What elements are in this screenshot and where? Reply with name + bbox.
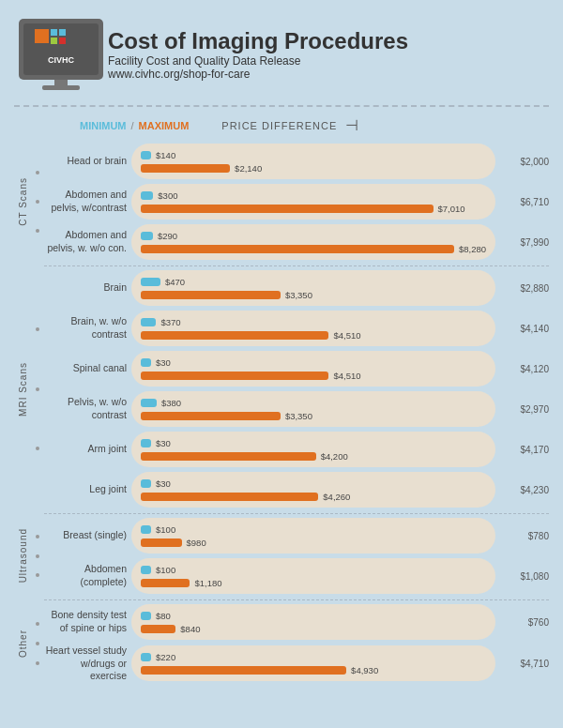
max-bar-line: $3,350 [141, 411, 486, 421]
row-label: Abdomen and pelvis, w. w/o con. [44, 229, 127, 254]
bar-container: $470$3,350 [131, 270, 495, 306]
section-dot [36, 171, 39, 174]
bar-row: Abdomen and pelvis, w/contrast$300$7,010… [44, 184, 549, 220]
bar-row: Abdomen (complete)$100$1,180$1,080 [44, 558, 549, 594]
rows-container-0: Head or brain$140$2,140$2,000Abdomen and… [44, 144, 549, 260]
min-bar [141, 399, 157, 407]
min-bar-line: $30 [141, 478, 486, 489]
min-value-label: $140 [156, 150, 175, 160]
row-label: Pelvis, w. w/o contrast [44, 396, 127, 421]
section-dot [36, 535, 39, 538]
max-bar [141, 579, 190, 587]
section-dot [36, 573, 39, 577]
bar-container: $140$2,140 [131, 144, 495, 179]
subtitle: Facility Cost and Quality Data Release [108, 54, 408, 68]
max-value-label: $840 [180, 624, 200, 634]
row-label: Heart vessel study w/drugs or exercise [44, 645, 127, 683]
bar-container: $30$4,510 [131, 351, 495, 387]
row-label: Spinal canal [44, 362, 127, 375]
max-bar-line: $1,180 [141, 578, 486, 588]
max-bar [141, 205, 434, 213]
bar-row: Arm joint$30$4,200$4,170 [44, 432, 549, 467]
row-label: Brain, w. w/o contrast [44, 315, 127, 341]
price-diff-label: $4,140 [500, 324, 549, 334]
dots-area-0 [31, 144, 44, 260]
svg-text:CIVHC: CIVHC [48, 55, 75, 65]
section-dot [36, 622, 39, 626]
min-bar-line: $220 [141, 652, 486, 662]
price-diff-label: $760 [500, 617, 549, 628]
min-bar [141, 318, 156, 326]
url-text: www.civhc.org/shop-for-care [108, 68, 408, 81]
min-value-label: $370 [160, 317, 180, 327]
svg-rect-6 [59, 38, 66, 44]
bar-row: Brain, w. w/o contrast$370$4,510$4,140 [44, 311, 549, 346]
bar-row: Brain$470$3,350$2,880 [44, 270, 549, 306]
section-dot [36, 229, 39, 233]
max-value-label: $4,260 [323, 492, 350, 502]
legend-slash: / [131, 120, 134, 131]
header-text-area: Cost of Imaging Procedures Facility Cost… [108, 28, 408, 81]
dots-area-3 [31, 604, 44, 683]
max-bar-line: $4,510 [141, 330, 486, 341]
max-value-label: $3,350 [285, 411, 312, 421]
legend-max-label: MAXIMUM [139, 120, 190, 131]
civhc-logo: CIVHC [14, 14, 108, 94]
svg-rect-2 [35, 29, 49, 43]
rows-container-2: Breast (single)$100$980$780Abdomen (comp… [44, 518, 549, 594]
legend-min-label: MINIMUM [80, 120, 127, 131]
separator [14, 105, 549, 107]
bar-row: Spinal canal$30$4,510$4,120 [44, 351, 549, 387]
max-bar-line: $4,200 [141, 451, 486, 462]
section-separator [44, 599, 549, 600]
section-1: MRI ScansBrain$470$3,350$2,880Brain, w. … [14, 270, 549, 508]
min-value-label: $470 [165, 277, 185, 287]
bar-row: Heart vessel study w/drugs or exercise$2… [44, 645, 549, 683]
bar-row: Pelvis, w. w/o contrast$380$3,350$2,970 [44, 391, 549, 427]
price-diff-label: $4,710 [500, 659, 549, 669]
section-label-0: CT Scans [14, 144, 31, 260]
min-bar [141, 358, 151, 367]
min-value-label: $380 [161, 398, 181, 408]
section-label-3: Other [14, 604, 31, 683]
min-bar-line: $290 [141, 231, 486, 241]
bar-row: Abdomen and pelvis, w. w/o con.$290$8,28… [44, 224, 549, 260]
max-bar [141, 331, 328, 340]
section-dot [36, 642, 39, 645]
legend: MINIMUM / MAXIMUM PRICE DIFFERENCE ⊣ [80, 116, 549, 134]
min-bar [141, 566, 151, 574]
max-value-label: $3,350 [285, 290, 312, 300]
min-value-label: $300 [158, 190, 177, 201]
min-value-label: $100 [156, 524, 175, 535]
price-diff-label: $2,000 [500, 157, 549, 167]
section-separator [44, 513, 549, 514]
min-bar-line: $300 [141, 190, 486, 201]
min-bar [141, 151, 151, 159]
bar-container: $220$4,930 [131, 645, 495, 681]
max-bar [141, 493, 318, 501]
max-bar-line: $7,010 [141, 204, 486, 214]
rows-container-3: Bone density test of spine or hips$80$84… [44, 604, 549, 683]
row-label: Arm joint [44, 443, 127, 456]
bar-container: $30$4,260 [131, 472, 495, 508]
price-diff-label: $6,710 [500, 197, 549, 207]
chart-area: CT ScansHead or brain$140$2,140$2,000Abd… [14, 144, 549, 683]
min-bar [141, 439, 151, 447]
min-bar-line: $80 [141, 611, 486, 621]
min-value-label: $100 [156, 565, 175, 575]
row-label: Head or brain [44, 155, 127, 168]
min-bar-line: $100 [141, 565, 486, 575]
section-label-text-2: Ultrasound [18, 528, 28, 583]
max-bar-line: $4,930 [141, 665, 486, 675]
price-diff-label: $4,120 [500, 364, 549, 374]
min-value-label: $80 [156, 611, 171, 621]
max-value-label: $4,200 [321, 451, 348, 462]
legend-end-marker: ⊣ [345, 116, 358, 134]
bar-container: $300$7,010 [131, 184, 495, 220]
max-bar [141, 164, 230, 173]
section-dot [36, 200, 39, 204]
min-bar-line: $30 [141, 357, 486, 368]
section-label-1: MRI Scans [14, 270, 31, 508]
price-diff-label: $2,970 [500, 404, 549, 415]
price-diff-label: $1,080 [500, 571, 549, 582]
